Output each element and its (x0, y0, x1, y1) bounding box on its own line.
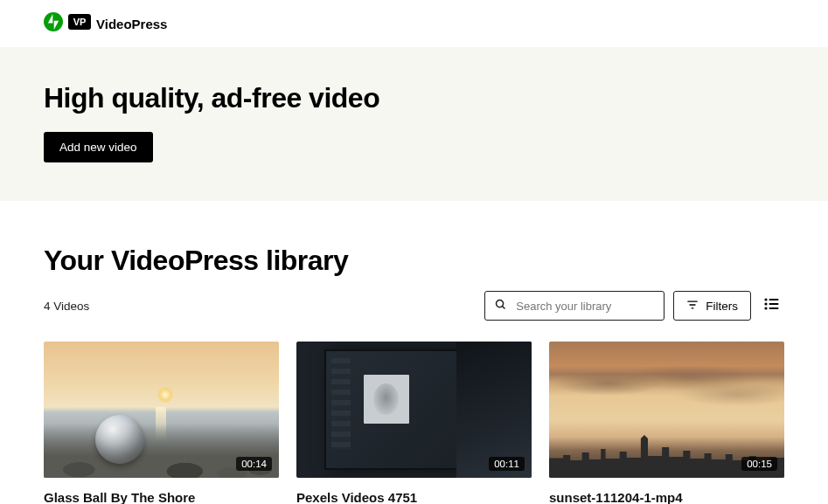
svg-point-0 (44, 12, 63, 31)
svg-point-12 (764, 307, 767, 309)
svg-rect-11 (769, 303, 779, 305)
search-field-wrapper[interactable] (484, 291, 664, 321)
library-toolbar: 4 Videos Fil (44, 291, 784, 321)
brand-logo-cluster: VP VideoPress (44, 12, 167, 35)
video-grid: 00:14 Glass Ball By The Shore 00:11 Pexe… (44, 342, 784, 504)
svg-point-8 (764, 298, 767, 300)
video-count: 4 Videos (44, 300, 89, 313)
hero-headline: High quality, ad-free video (44, 82, 784, 114)
video-thumbnail[interactable]: 00:15 (549, 342, 784, 478)
filters-button[interactable]: Filters (673, 291, 751, 321)
video-duration: 00:14 (236, 457, 272, 471)
video-card[interactable]: 00:15 sunset-111204-1-mp4 (549, 342, 784, 504)
add-video-button[interactable]: Add new video (44, 132, 153, 162)
jetpack-icon (44, 12, 63, 35)
video-thumbnail[interactable]: 00:11 (296, 342, 532, 478)
brand-name: VideoPress (96, 17, 167, 31)
video-thumbnail[interactable]: 00:14 (44, 342, 279, 478)
video-card[interactable]: 00:11 Pexels Videos 4751 (296, 342, 532, 504)
toolbar-right: Filters (484, 291, 784, 321)
library-section: Your VideoPress library 4 Videos (0, 201, 828, 504)
vp-badge-icon: VP (68, 14, 91, 33)
svg-rect-9 (769, 299, 779, 300)
video-duration: 00:15 (741, 457, 777, 471)
svg-point-3 (497, 300, 504, 307)
svg-line-4 (503, 306, 505, 308)
video-duration: 00:11 (489, 457, 525, 471)
search-input[interactable] (516, 300, 663, 313)
view-toggle-button[interactable] (760, 293, 784, 318)
video-card[interactable]: 00:14 Glass Ball By The Shore (44, 342, 279, 504)
app-header: VP VideoPress (0, 0, 828, 47)
filters-label: Filters (706, 300, 738, 313)
video-title: Pexels Videos 4751 (296, 490, 532, 504)
svg-rect-13 (769, 307, 779, 309)
hero-section: High quality, ad-free video Add new vide… (0, 47, 828, 201)
library-heading: Your VideoPress library (44, 245, 784, 277)
filter-icon (686, 300, 699, 313)
svg-text:VP: VP (73, 17, 87, 27)
search-icon (494, 298, 507, 314)
video-title: sunset-111204-1-mp4 (549, 490, 784, 504)
video-title: Glass Ball By The Shore (44, 490, 279, 504)
list-view-icon (764, 298, 780, 314)
svg-point-10 (764, 302, 767, 305)
